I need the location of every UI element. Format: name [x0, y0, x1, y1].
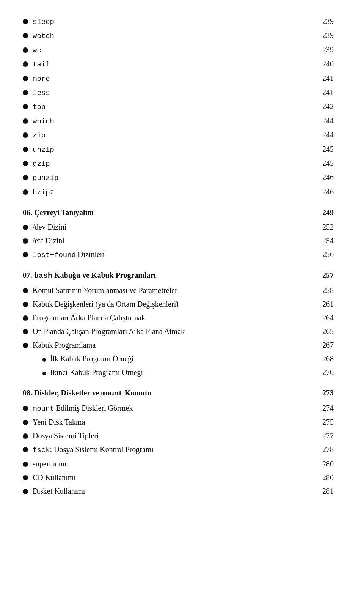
toc-entry: top242: [23, 100, 334, 113]
toc-page-number: 242: [311, 100, 334, 112]
bullet-icon: [23, 19, 28, 24]
toc-entry-sub: İlk Kabuk Programı Örneği268: [23, 353, 334, 365]
bullet-icon: [23, 175, 28, 180]
toc-entry: Disket Kullanımı281: [23, 485, 334, 497]
toc-item-label: which: [33, 116, 54, 127]
bullet-icon: [23, 33, 28, 38]
toc-item-label: watch: [33, 30, 54, 42]
bullet-icon: [23, 329, 28, 334]
toc-entry: less241: [23, 86, 334, 99]
bullet-icon: [23, 406, 28, 411]
toc-page-number: 245: [311, 157, 334, 169]
toc-item-label: Dosya Sistemi Tipleri: [33, 430, 99, 442]
toc-section-heading: 07. bash Kabuğu ve Kabuk Programları257: [23, 269, 334, 282]
toc-entry-mixed: mount Edilmiş Diskleri Görmek274: [23, 402, 334, 414]
toc-item-label: İkinci Kabuk Programı Örneği: [50, 366, 143, 378]
bullet-icon: [23, 343, 28, 348]
toc-entry: CD Kullanımı280: [23, 471, 334, 484]
toc-page-number: 278: [311, 443, 334, 455]
bullet-icon: [23, 76, 28, 81]
toc-item-label: gunzip: [33, 172, 58, 184]
toc-page-number: 252: [311, 221, 334, 233]
toc-item-label: tail: [33, 59, 50, 70]
bullet-icon: [23, 118, 28, 124]
bullet-icon: [23, 161, 28, 166]
bullet-icon: [23, 238, 28, 244]
toc-section-label: 07. bash Kabuğu ve Kabuk Programları: [23, 269, 156, 282]
toc-entry: Komut Satırının Yorumlanması ve Parametr…: [23, 284, 334, 296]
toc-item-label: Ön Planda Çalışan Programları Arka Plana…: [33, 325, 185, 337]
toc-page-number: 256: [311, 248, 334, 260]
bullet-icon: [23, 90, 28, 95]
toc-item-label: /dev Dizini: [33, 221, 66, 233]
toc-entry: more241: [23, 72, 334, 85]
toc-page-number: 280: [311, 458, 334, 470]
toc-item-label-mixed: lost+found Dizinleri: [33, 248, 105, 261]
bullet-icon: [23, 489, 28, 494]
toc-container: sleep239watch239wc239tail240more241less2…: [23, 15, 334, 497]
bullet-small-icon: [42, 372, 46, 375]
toc-page-number: 239: [311, 15, 334, 27]
toc-item-label: Yeni Disk Takma: [33, 416, 85, 428]
toc-item-label: İlk Kabuk Programı Örneği: [50, 353, 134, 365]
toc-entry: /etc Dizini254: [23, 235, 334, 247]
toc-page-number: 268: [311, 353, 334, 365]
toc-section-heading-mixed: 08. Diskler, Disketler ve mount Komutu27…: [23, 387, 334, 399]
toc-entry: watch239: [23, 29, 334, 42]
toc-page-number: 265: [311, 325, 334, 337]
toc-item-label: supermount: [33, 458, 68, 470]
toc-page-number: 274: [311, 402, 334, 414]
toc-entry: sleep239: [23, 15, 334, 28]
toc-page-number: 245: [311, 143, 334, 155]
bullet-icon: [23, 252, 28, 257]
toc-page-number: 246: [311, 171, 334, 183]
toc-item-label: unzip: [33, 144, 54, 156]
toc-item-label: zip: [33, 130, 46, 141]
toc-page-number: 241: [311, 72, 334, 84]
toc-item-label: Programları Arka Planda Çalıştırmak: [33, 312, 145, 324]
bullet-icon: [23, 132, 28, 138]
bullet-icon: [23, 447, 28, 452]
bullet-icon: [23, 302, 28, 307]
bullet-icon: [23, 225, 28, 230]
toc-page-number: 267: [311, 339, 334, 351]
toc-page-number: 277: [311, 430, 334, 442]
toc-item-label: more: [33, 73, 50, 85]
toc-entry: supermount280: [23, 458, 334, 470]
bullet-icon: [23, 315, 28, 321]
toc-page-number: 270: [311, 366, 334, 378]
toc-page-number: 273: [311, 387, 334, 399]
bullet-icon: [23, 147, 28, 152]
toc-page-number: 275: [311, 416, 334, 428]
toc-item-label: Disket Kullanımı: [33, 485, 85, 497]
toc-entry: Kabuk Değişkenleri (ya da Ortam Değişken…: [23, 298, 334, 310]
bullet-icon: [23, 288, 28, 293]
toc-entry: Yeni Disk Takma275: [23, 416, 334, 428]
bullet-icon: [23, 104, 28, 109]
toc-item-label-mixed: fsck: Dosya Sistemi Kontrol Programı: [33, 443, 154, 456]
toc-entry: wc239: [23, 44, 334, 56]
bullet-small-icon: [42, 358, 46, 362]
toc-item-label: less: [33, 87, 50, 99]
toc-page-number: 239: [311, 44, 334, 56]
toc-page-number: 244: [311, 129, 334, 141]
toc-entry: which244: [23, 115, 334, 127]
toc-item-label: top: [33, 101, 46, 113]
toc-entry: unzip245: [23, 143, 334, 156]
bullet-icon: [23, 189, 28, 195]
toc-entry: Ön Planda Çalışan Programları Arka Plana…: [23, 325, 334, 337]
toc-page-number: 241: [311, 86, 334, 98]
toc-item-label: Kabuk Programlama: [33, 339, 96, 351]
bullet-icon: [23, 61, 28, 67]
toc-page-number: 257: [311, 269, 334, 281]
toc-item-label: gzip: [33, 158, 50, 170]
toc-item-label: bzip2: [33, 187, 54, 198]
toc-page-number: 240: [311, 58, 334, 70]
toc-item-label-mixed: mount Edilmiş Diskleri Görmek: [33, 402, 133, 414]
toc-page-number: 244: [311, 115, 334, 127]
bullet-icon: [23, 433, 28, 439]
toc-page-number: 264: [311, 312, 334, 324]
toc-page-number: 281: [311, 485, 334, 497]
toc-item-label: /etc Dizini: [33, 235, 64, 247]
bullet-icon: [23, 420, 28, 425]
